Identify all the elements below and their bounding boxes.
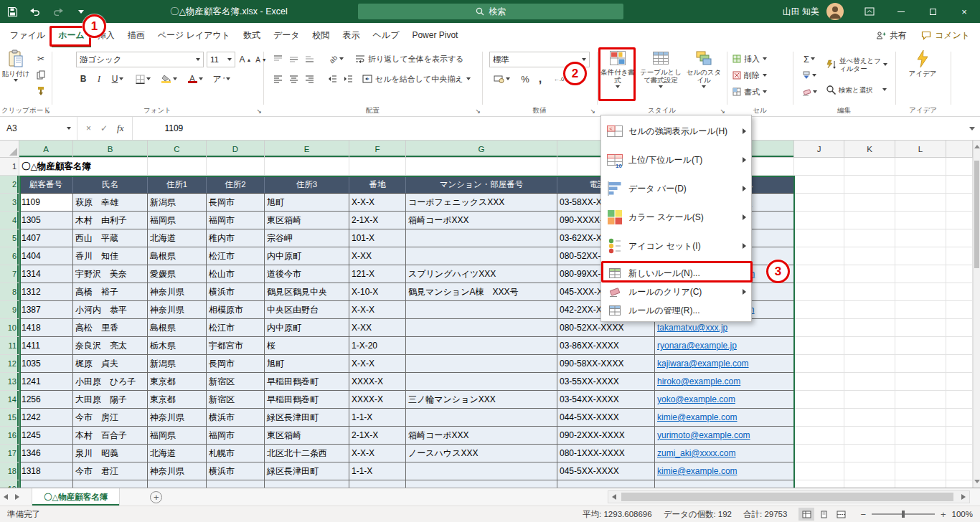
row-header-11[interactable]: 11	[0, 337, 19, 355]
row-header-4[interactable]: 4	[0, 212, 19, 229]
cell[interactable]: 新宿区	[207, 373, 265, 391]
cell[interactable]	[349, 480, 406, 488]
cell[interactable]: 本村 百合子	[73, 427, 148, 445]
share-button[interactable]: 共有	[876, 29, 907, 42]
cell[interactable]	[946, 158, 973, 176]
scroll-down-icon[interactable]	[974, 480, 980, 483]
row-header-7[interactable]: 7	[0, 265, 19, 283]
cell[interactable]: 1242	[19, 409, 73, 427]
increase-indent-icon[interactable]	[341, 72, 355, 86]
cell[interactable]: 東区箱崎	[265, 427, 349, 445]
row-header-15[interactable]: 15	[0, 409, 19, 427]
cell[interactable]: 住所1	[148, 176, 207, 194]
cell[interactable]	[265, 158, 349, 176]
cell[interactable]: 島根県	[148, 319, 207, 337]
cell[interactable]: 中央区由野台	[265, 301, 349, 319]
merge-center-button[interactable]: セルを結合して中央揃え	[362, 72, 471, 86]
cell[interactable]	[844, 480, 895, 488]
cell[interactable]: 03-54XX-XXXX	[557, 391, 655, 409]
cell[interactable]	[349, 158, 406, 176]
cell[interactable]	[19, 480, 73, 488]
cell[interactable]: X-X-X	[349, 355, 406, 373]
cell[interactable]: 氏名	[73, 176, 148, 194]
cell[interactable]: 宇都宮市	[207, 337, 265, 355]
sort-filter-button[interactable]: 並べ替えとフィルター	[826, 52, 893, 77]
row-header-9[interactable]: 9	[0, 301, 19, 319]
cell[interactable]	[794, 301, 844, 319]
tab-Power Pivot[interactable]: Power Pivot	[405, 23, 464, 47]
cell[interactable]	[265, 480, 349, 488]
cell[interactable]: 松江市	[207, 247, 265, 265]
cell[interactable]: 顧客番号	[19, 176, 73, 194]
comments-button[interactable]: コメント	[921, 29, 970, 42]
cell[interactable]: 早稲田鶴巻町	[265, 391, 349, 409]
column-header-J[interactable]: J	[794, 141, 844, 158]
ideas-button[interactable]: アイデア	[904, 49, 941, 104]
cell[interactable]: 島根県	[148, 247, 207, 265]
cell[interactable]	[794, 319, 844, 337]
cell[interactable]	[844, 212, 895, 229]
cell[interactable]: 1387	[19, 301, 73, 319]
cell[interactable]	[794, 445, 844, 462]
cell[interactable]: ノースハウスXXX	[406, 445, 557, 462]
cell[interactable]	[794, 212, 844, 229]
page-break-view-button[interactable]	[833, 508, 849, 521]
normal-view-button[interactable]	[798, 508, 814, 521]
cell[interactable]	[946, 319, 973, 337]
cell[interactable]: 今市 君江	[73, 462, 148, 480]
cell[interactable]	[946, 409, 973, 427]
align-bottom-icon[interactable]	[302, 52, 316, 66]
cell[interactable]	[844, 355, 895, 373]
cell[interactable]	[946, 283, 973, 301]
cell[interactable]: 1109	[19, 194, 73, 212]
cell[interactable]: 1035	[19, 355, 73, 373]
cell[interactable]: yoko@example.com	[655, 391, 794, 409]
avatar[interactable]	[826, 3, 844, 20]
cell[interactable]: 長岡市	[207, 194, 265, 212]
cell[interactable]: 北海道	[148, 229, 207, 247]
cell[interactable]: 小田原 ひろ子	[73, 373, 148, 391]
scroll-up-icon[interactable]	[974, 145, 980, 148]
cell[interactable]: 稚内市	[207, 229, 265, 247]
cell[interactable]	[946, 194, 973, 212]
cell[interactable]: 内中原町	[265, 319, 349, 337]
cell[interactable]: 松江市	[207, 319, 265, 337]
format-cells-button[interactable]: 書式	[732, 85, 767, 99]
redo-icon[interactable]	[52, 5, 65, 18]
cell[interactable]: 新潟県	[148, 194, 207, 212]
cell[interactable]: 090-58XX-XXXX	[557, 355, 655, 373]
cell[interactable]	[655, 480, 794, 488]
email-link[interactable]: yoko@example.com	[657, 394, 735, 404]
cell[interactable]: 奈良沢 亮太	[73, 337, 148, 355]
row-header-13[interactable]: 13	[0, 373, 19, 391]
fill-color-button[interactable]	[158, 72, 181, 86]
menu-item[interactable]: 新しいルール(N)...	[601, 264, 751, 283]
cell[interactable]: 三ノ輪マンションXXX	[406, 391, 557, 409]
cell[interactable]	[148, 480, 207, 488]
save-icon[interactable]	[6, 5, 19, 18]
sheet-nav-left-icon[interactable]	[0, 488, 11, 506]
conditional-formatting-button[interactable]: 条件付き書式	[600, 49, 636, 104]
cell[interactable]: 北区北十二条西	[265, 445, 349, 462]
cell[interactable]	[844, 391, 895, 409]
cell[interactable]	[895, 158, 946, 176]
cell[interactable]	[844, 301, 895, 319]
cell[interactable]: XXXX-X	[349, 391, 406, 409]
cell[interactable]: 東京都	[148, 391, 207, 409]
cell[interactable]: 大田原 陽子	[73, 391, 148, 409]
cell[interactable]: 福岡県	[148, 427, 207, 445]
cell[interactable]	[794, 229, 844, 247]
column-header-E[interactable]: E	[265, 141, 349, 158]
italic-button[interactable]: I	[92, 72, 106, 86]
scroll-left-icon[interactable]	[612, 494, 616, 500]
email-link[interactable]: kimie@example.com	[657, 466, 738, 476]
cell[interactable]: コーポフェニックスXXX	[406, 194, 557, 212]
cell[interactable]	[946, 462, 973, 480]
zoom-in-icon[interactable]: +	[941, 509, 946, 520]
expand-formula-bar-icon[interactable]	[964, 127, 980, 130]
fill-button[interactable]	[797, 68, 821, 82]
cell[interactable]	[946, 265, 973, 283]
cell[interactable]	[794, 247, 844, 265]
maximize-button[interactable]	[917, 0, 948, 23]
row-header-5[interactable]: 5	[0, 229, 19, 247]
